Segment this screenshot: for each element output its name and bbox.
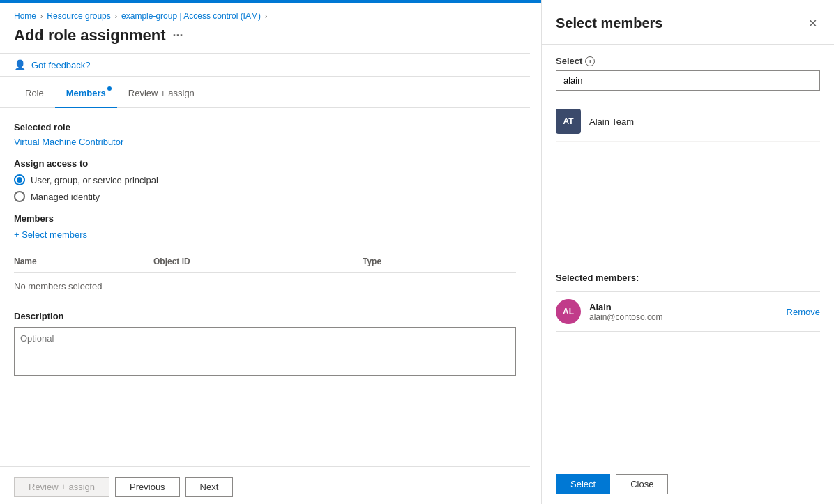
more-options-button[interactable]: ···	[173, 29, 183, 43]
tab-review-assign-label: Review + assign	[128, 88, 195, 98]
main-content: Selected role Virtual Machine Contributo…	[0, 108, 530, 473]
description-section: Description	[14, 311, 516, 378]
selected-role-value[interactable]: Virtual Machine Contributor	[14, 137, 516, 147]
radio-user-group[interactable]: User, group, or service principal	[14, 174, 516, 185]
tab-review-assign[interactable]: Review + assign	[117, 79, 206, 108]
radio-managed-identity-label: Managed identity	[31, 192, 100, 202]
result-name-alain-team: Alain Team	[589, 116, 634, 127]
previous-button[interactable]: Previous	[115, 477, 180, 497]
table-header: Name Object ID Type	[14, 251, 516, 273]
breadcrumb-home[interactable]: Home	[14, 11, 36, 21]
avatar-initials: AT	[563, 116, 573, 126]
footer: Review + assign Previous Next	[0, 466, 530, 504]
members-label: Members	[14, 213, 516, 224]
tab-role[interactable]: Role	[14, 79, 55, 108]
tab-members[interactable]: Members	[55, 79, 117, 108]
tab-members-dot	[107, 86, 112, 91]
feedback-bar[interactable]: 👤 Got feedback?	[0, 53, 530, 77]
breadcrumb-resource-groups[interactable]: Resource groups	[47, 11, 110, 21]
tab-role-label: Role	[25, 88, 44, 98]
breadcrumb: Home › Resource groups › example-group |…	[0, 3, 530, 26]
panel-body: Select i AT Alain Team Selected members:	[542, 45, 834, 464]
panel-title: Select members	[556, 15, 662, 31]
col-type: Type	[363, 257, 516, 266]
chevron-icon-1: ›	[40, 13, 43, 20]
avatar-alain: AL	[556, 299, 581, 324]
member-email-alain: alain@contoso.com	[589, 312, 778, 322]
panel-close-footer-button[interactable]: Close	[616, 474, 668, 494]
remove-alain-button[interactable]: Remove	[787, 307, 820, 317]
panel-close-button[interactable]: ✕	[805, 14, 820, 33]
radio-managed-identity-circle	[14, 191, 25, 202]
search-results: AT Alain Team	[556, 102, 820, 142]
description-label: Description	[14, 311, 516, 321]
chevron-icon-3: ›	[265, 13, 267, 20]
page-title-area: Add role assignment ···	[0, 26, 530, 53]
feedback-text: Got feedback?	[31, 60, 91, 70]
assign-access-label: Assign access to	[14, 158, 516, 169]
member-name-alain: Alain	[589, 302, 778, 312]
select-members-panel: Select members ✕ Select i AT Alain Team	[541, 0, 834, 504]
panel-header: Select members ✕	[542, 0, 834, 45]
panel-select-button[interactable]: Select	[556, 474, 610, 494]
col-object-id: Object ID	[153, 257, 363, 266]
select-label-text: Select	[556, 56, 582, 66]
description-textarea[interactable]	[14, 327, 516, 376]
tab-members-label: Members	[66, 88, 106, 98]
selected-role-label: Selected role	[14, 122, 516, 132]
next-button[interactable]: Next	[185, 477, 234, 497]
result-item-alain-team[interactable]: AT Alain Team	[556, 102, 820, 142]
no-members-text: No members selected	[14, 273, 516, 300]
selected-member-alain: AL Alain alain@contoso.com Remove	[556, 292, 820, 332]
radio-managed-identity[interactable]: Managed identity	[14, 191, 516, 202]
chevron-icon-2: ›	[115, 13, 117, 20]
breadcrumb-access-control[interactable]: example-group | Access control (IAM)	[121, 11, 261, 21]
search-input[interactable]	[556, 70, 820, 91]
radio-user-group-label: User, group, or service principal	[31, 175, 158, 185]
page-title: Add role assignment	[14, 26, 166, 45]
assign-access-section: Assign access to User, group, or service…	[14, 158, 516, 202]
select-members-button[interactable]: + Select members	[14, 229, 516, 240]
review-assign-button[interactable]: Review + assign	[14, 477, 109, 497]
col-name: Name	[14, 257, 153, 266]
results-spacer	[556, 142, 820, 267]
avatar-alain-team: AT	[556, 109, 581, 134]
info-icon[interactable]: i	[585, 56, 595, 66]
radio-group: User, group, or service principal Manage…	[14, 174, 516, 202]
member-info-alain: Alain alain@contoso.com	[589, 302, 778, 322]
radio-user-group-circle	[14, 174, 25, 185]
left-section: Home › Resource groups › example-group |…	[0, 3, 530, 504]
feedback-icon: 👤	[14, 59, 26, 70]
select-field-label: Select i	[556, 56, 820, 66]
members-section: Members + Select members Name Object ID …	[14, 213, 516, 300]
tabs-bar: Role Members Review + assign	[0, 79, 530, 108]
avatar-alain-initials: AL	[563, 307, 574, 316]
panel-footer: Select Close	[542, 464, 834, 504]
selected-members-label: Selected members:	[556, 273, 820, 283]
